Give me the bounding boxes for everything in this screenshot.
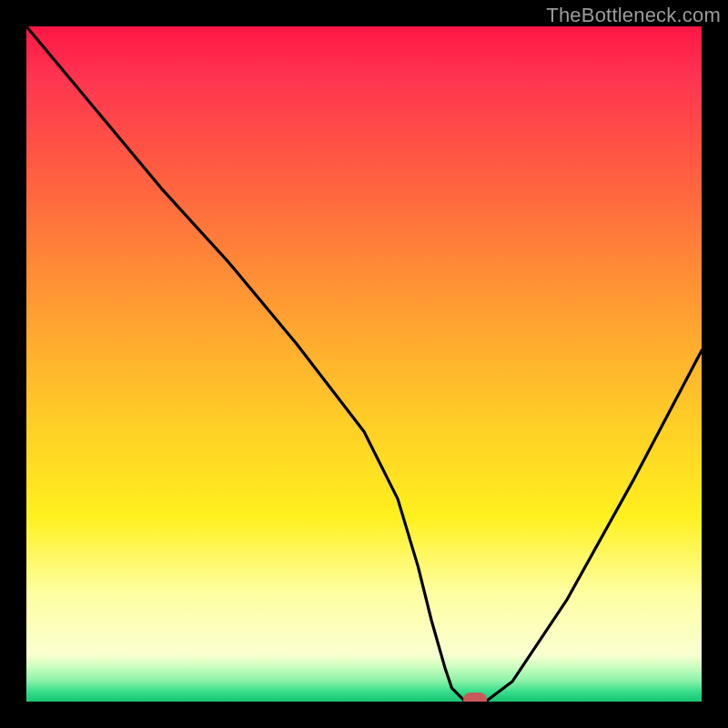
plot-area bbox=[26, 26, 702, 702]
chart-frame: TheBottleneck.com bbox=[0, 0, 728, 728]
watermark-text: TheBottleneck.com bbox=[546, 4, 721, 27]
bottleneck-curve bbox=[26, 26, 702, 702]
optimal-marker bbox=[463, 693, 487, 702]
